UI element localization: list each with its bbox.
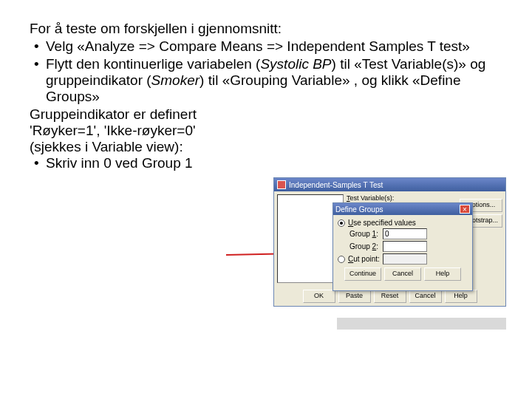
continue-button[interactable]: Continue (344, 267, 381, 281)
gray-strip (337, 318, 506, 330)
define-title: Define Groups (335, 205, 383, 214)
define-groups-dialog: Define Groups × Use specified values Use… (332, 202, 473, 291)
bullet-enter-0: Skriv inn 0 ved Group 1 (46, 155, 502, 171)
cutpoint-radio[interactable] (338, 256, 345, 263)
close-icon[interactable]: × (460, 205, 470, 214)
dg-cancel-button[interactable]: Cancel (384, 267, 421, 281)
group2-input[interactable] (383, 241, 427, 252)
cancel-button[interactable]: Cancel (409, 290, 442, 303)
bullet-move-vars: Flytt den kontinuerlige variabelen (Syst… (46, 56, 502, 105)
dialog-title: Independent-Samples T Test (289, 181, 383, 189)
group1-label: Group 1: (349, 230, 378, 238)
use-specified-label: Use specified values (348, 219, 416, 227)
cutpoint-input (383, 253, 427, 265)
paste-button[interactable]: Paste (338, 290, 371, 303)
dialog-titlebar: Independent-Samples T Test (274, 178, 505, 191)
spss-icon (277, 180, 286, 189)
spss-screenshot-area: Independent-Samples T Test Test Test Var… (273, 177, 506, 318)
use-specified-radio[interactable] (338, 219, 345, 227)
bullet-analyze: Velg «Analyze => Compare Means => Indepe… (46, 38, 502, 55)
group1-input[interactable]: 0 (383, 228, 427, 239)
dg-help-button[interactable]: Help (424, 267, 461, 281)
group2-label: Group 2: (349, 242, 378, 250)
reset-button[interactable]: Reset (374, 290, 406, 303)
group-def-line1: Gruppeindikator er definert (30, 106, 502, 123)
help-button[interactable]: Help (445, 290, 477, 303)
group-def-line3: (sjekkes i Variable view): (30, 139, 502, 155)
test-variable-label: Test Test Variable(s):Variable(s): (347, 194, 457, 202)
cutpoint-label: Cut point: (348, 255, 380, 263)
group-def-line2: 'Røyker=1', 'Ikke-røyker=0' (30, 123, 502, 139)
intro-text: For å teste om forskjellen i gjennomsnit… (30, 21, 502, 37)
ok-button[interactable]: OK (303, 290, 335, 303)
